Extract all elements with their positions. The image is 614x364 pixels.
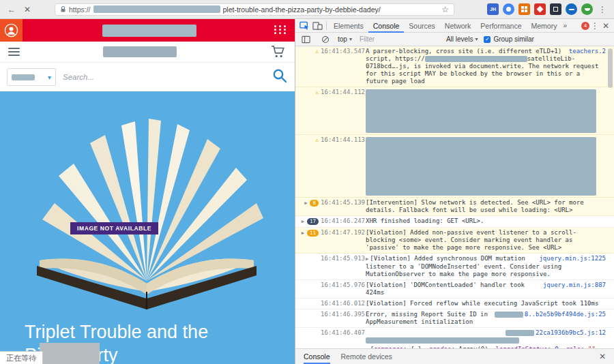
- timestamp: 16:41:46.012: [321, 300, 366, 307]
- inspect-element-icon[interactable]: [298, 20, 311, 31]
- drawer-tab-remote-devices[interactable]: Remote devices: [341, 349, 392, 364]
- console-message-row: 16:41:45.976 jquery.min.js:887 [Violatio…: [295, 280, 614, 299]
- tab-network[interactable]: Network: [440, 19, 476, 33]
- tab-console[interactable]: Console: [368, 19, 405, 33]
- site-header: [0, 19, 295, 42]
- devtools-menu-icon[interactable]: ⋮: [589, 21, 600, 31]
- source-link[interactable]: 8..b2e5b9bf494de.js:25: [525, 311, 606, 318]
- preview-fragment: :: [547, 346, 555, 348]
- group-similar-checkbox[interactable]: ✓ Group similar: [484, 35, 533, 43]
- extension-blue-circle-icon[interactable]: [503, 3, 514, 15]
- expand-icon[interactable]: ▶: [304, 200, 307, 207]
- devtools-close-icon[interactable]: ✕: [600, 21, 611, 31]
- preview-string: "": [588, 346, 596, 348]
- drawer-close-icon[interactable]: ✕: [599, 352, 606, 361]
- person-icon: [4, 23, 18, 37]
- account-button[interactable]: [0, 19, 23, 42]
- cart-icon: [271, 44, 286, 59]
- frame-context-dropdown[interactable]: top ▾: [338, 35, 352, 43]
- console-filter-input[interactable]: [358, 35, 440, 44]
- preview-fragment: ,: [596, 346, 599, 348]
- redacted-nav-text: [103, 46, 177, 57]
- source-link[interactable]: 22ca1936b9bc5.js:12: [536, 329, 606, 337]
- clear-console-icon[interactable]: [319, 33, 332, 45]
- redacted-header-logo: [102, 25, 196, 37]
- book-title-line1: Triplet Trouble and the: [25, 320, 208, 344]
- extension-orange-grid-icon[interactable]: [518, 3, 530, 15]
- message-text: jquery.min.js:887 [Violation] 'DOMConten…: [366, 282, 606, 297]
- devtools-tab-bar: Elements Console Sources Network Perform…: [295, 19, 614, 33]
- console-sidebar-icon[interactable]: [299, 33, 312, 45]
- lock-icon: [60, 5, 66, 13]
- source-link[interactable]: teachers.2: [569, 48, 606, 55]
- message-text: [366, 136, 606, 196]
- warning-icon: ⚠: [315, 137, 319, 144]
- preview-key: loggedInStatus: [495, 346, 547, 348]
- search-bar-row: ▾: [0, 62, 295, 91]
- object-preview[interactable]: ▶{commerce: {…}, grades: Array(0), logge…: [366, 346, 606, 348]
- devtools-panel: Elements Console Sources Network Perform…: [295, 19, 614, 364]
- preview-fragment: :: [581, 346, 588, 348]
- warning-icon: ⚠: [315, 48, 319, 55]
- console-message-row: ▶ 8 16:41:45.139 [Intervention] Slow net…: [295, 198, 614, 216]
- console-message-row: 16:41:46.407 22ca1936b9bc5.js:12 ▶{comme…: [295, 328, 614, 348]
- message-text: [Violation] Added non-passive event list…: [366, 229, 606, 252]
- console-message-row: 16:41:46.012 [Violation] Forced reflow w…: [295, 299, 614, 309]
- log-levels-value: All levels: [446, 35, 473, 43]
- log-levels-dropdown[interactable]: All levels ▾: [446, 35, 478, 43]
- expand-icon[interactable]: ▶: [302, 230, 304, 237]
- bookmark-star-icon[interactable]: ☆: [441, 5, 449, 14]
- preview-fragment: : Array(0),: [451, 346, 495, 348]
- extension-dark-icon[interactable]: [550, 3, 561, 15]
- address-bar[interactable]: https:// plet-trouble-and-the-pizza-part…: [55, 3, 454, 16]
- extension-red-icon[interactable]: [534, 3, 546, 15]
- console-message-row: ⚠ 16:41:44.113: [295, 135, 614, 198]
- repeat-count-badge: 8: [310, 200, 319, 207]
- browser-loading-status: 正在等待: [0, 351, 43, 364]
- console-message-row: ▶ 11 16:41:47.192 [Violation] Added non-…: [295, 228, 614, 254]
- message-text: [366, 89, 606, 133]
- message-fragment: XHR finished loading: GET <URL>.: [366, 217, 484, 224]
- timestamp: 16:41:44.112: [321, 89, 366, 96]
- extension-jh-label: JH: [490, 7, 496, 12]
- expand-icon[interactable]: ▶: [302, 218, 304, 226]
- device-toolbar-icon[interactable]: [311, 20, 324, 31]
- url-path: plet-trouble-and-the-pizza-party-by-debb…: [223, 5, 381, 14]
- divider: [326, 21, 327, 30]
- chevron-down-icon: ▾: [48, 74, 51, 81]
- tab-performance[interactable]: Performance: [476, 19, 526, 33]
- stop-loading-icon[interactable]: ✕: [21, 3, 33, 16]
- message-fragment: [Violation] 'DOMContentLoaded' handler t…: [366, 282, 525, 296]
- search-input[interactable]: [61, 67, 266, 87]
- back-icon[interactable]: ←: [5, 3, 18, 16]
- message-fragment: [Violation] Added non-passive event list…: [366, 229, 576, 251]
- console-message-row: ⚠ 16:41:44.112: [295, 87, 614, 135]
- error-count-badge: 4: [581, 22, 589, 30]
- more-tabs-icon[interactable]: »: [563, 22, 567, 29]
- extension-blue-icon[interactable]: [566, 3, 577, 15]
- expand-icon[interactable]: ▶: [366, 256, 368, 262]
- book-hero: IMAGE NOT AVAILABLE Triplet Trouble and …: [0, 91, 295, 364]
- drawer-tab-console[interactable]: Console: [304, 349, 330, 364]
- expand-icon[interactable]: ▶: [366, 347, 368, 348]
- message-text: XHR finished loading: GET <URL>.: [366, 217, 606, 225]
- cart-button[interactable]: [271, 44, 286, 62]
- source-link[interactable]: jquery.min.js:887: [543, 282, 606, 289]
- search-button[interactable]: [272, 67, 288, 87]
- tab-sources[interactable]: Sources: [404, 19, 440, 33]
- extension-jh-icon[interactable]: JH: [487, 3, 499, 15]
- browser-menu-icon[interactable]: ⋮: [596, 3, 609, 16]
- timestamp: 16:41:45.913: [321, 255, 366, 262]
- scrollbar-thumb[interactable]: [608, 48, 613, 88]
- checkbox-checked-icon: ✓: [484, 36, 491, 43]
- repeat-count-badge: 11: [307, 230, 319, 237]
- source-link[interactable]: jquery.min.js:1225: [539, 255, 606, 262]
- tab-elements[interactable]: Elements: [329, 19, 368, 33]
- extension-green-icon[interactable]: [581, 3, 593, 15]
- redacted-region: [366, 137, 596, 196]
- group-similar-label: Group similar: [493, 35, 533, 43]
- apps-grid-icon[interactable]: [274, 25, 287, 34]
- tab-memory[interactable]: Memory: [526, 19, 561, 33]
- search-category-dropdown[interactable]: ▾: [7, 68, 56, 86]
- hamburger-menu-icon[interactable]: [8, 48, 20, 56]
